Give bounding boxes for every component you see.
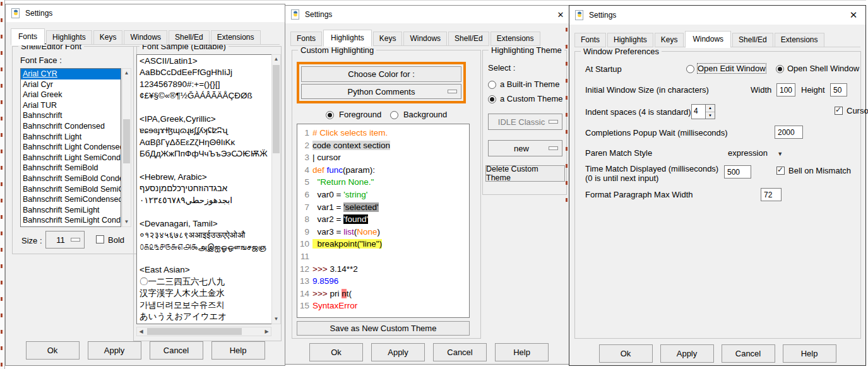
menu-indicator-icon — [448, 90, 457, 93]
font-list-item[interactable]: Bahnschrift SemiLight — [21, 205, 121, 216]
tab-extensions[interactable]: Extensions — [775, 33, 824, 47]
builtin-theme-dropdown[interactable]: IDLE Classic — [488, 114, 562, 130]
font-list-item[interactable]: Bahnschrift Light SemiConde — [21, 153, 121, 163]
tab-highlights[interactable]: Highlights — [323, 30, 372, 47]
apply-button[interactable]: Apply — [371, 343, 425, 361]
font-list-item[interactable]: Bahnschrift SemiBold Conder — [21, 173, 121, 184]
format-width-input[interactable] — [761, 188, 782, 201]
delete-custom-theme-button[interactable]: Delete Custom Theme — [485, 165, 565, 182]
font-list-item[interactable]: Arial Greek — [21, 90, 121, 100]
code-line: 10 breakpoint("line") — [299, 238, 468, 250]
font-list-item[interactable]: Bahnschrift Light Condensed — [21, 142, 121, 153]
background-window-dashed-edge — [566, 28, 568, 212]
tab-keys[interactable]: Keys — [93, 30, 123, 45]
titlebar[interactable]: Settings ✕ — [569, 6, 865, 25]
tab-keys[interactable]: Keys — [373, 32, 403, 46]
ok-button[interactable]: Ok — [26, 341, 80, 360]
tab-shell-ed[interactable]: Shell/Ed — [169, 30, 210, 45]
tab-windows[interactable]: Windows — [685, 31, 731, 48]
tab-keys[interactable]: Keys — [655, 33, 684, 47]
tab-shell-ed[interactable]: Shell/Ed — [732, 33, 773, 47]
cancel-button[interactable]: Cancel — [150, 341, 203, 360]
bell-mismatch-checkbox[interactable] — [776, 167, 785, 175]
tab-extensions[interactable]: Extensions — [211, 30, 261, 45]
background-label: Background — [403, 110, 447, 119]
titlebar[interactable]: Settings — [6, 4, 285, 22]
width-label: Width — [751, 85, 771, 95]
font-list-item[interactable]: Bahnschrift Light — [21, 132, 121, 143]
apply-button[interactable]: Apply — [660, 344, 714, 363]
apply-button[interactable]: Apply — [88, 341, 141, 360]
cancel-button[interactable]: Cancel — [722, 344, 775, 363]
size-dropdown[interactable]: 11 — [45, 231, 85, 249]
ok-button[interactable]: Ok — [309, 343, 363, 361]
choose-color-button[interactable]: Choose Color for : — [301, 66, 461, 82]
tab-fonts[interactable]: Fonts — [290, 32, 322, 46]
font-list-item[interactable]: Bahnschrift SemiCondensed — [21, 194, 121, 205]
foreground-radio[interactable] — [326, 111, 334, 119]
tab-fonts[interactable]: Fonts — [11, 28, 45, 45]
python-icon — [290, 9, 300, 20]
tab-windows[interactable]: Windows — [124, 30, 167, 45]
size-value: 11 — [56, 235, 65, 245]
font-list-item[interactable]: Bahnschrift SemiBold SemiCo — [21, 184, 121, 195]
completions-input[interactable] — [775, 126, 803, 139]
background-radio[interactable] — [390, 111, 398, 119]
help-button[interactable]: Help — [211, 341, 265, 360]
highlighting-theme-group: Highlighting Theme Select : a Built-in T… — [482, 50, 567, 195]
font-list-item[interactable]: Arial CYR — [21, 69, 121, 79]
indent-spinbox[interactable]: 4 ▲ ▼ — [691, 104, 715, 119]
tab-highlights[interactable]: Highlights — [46, 30, 92, 45]
paren-style-dropdown[interactable]: expression ▼ — [728, 148, 783, 158]
width-input[interactable] — [776, 83, 795, 97]
tab-fonts[interactable]: Fonts — [574, 33, 606, 47]
foreground-label: Foreground — [339, 110, 381, 119]
save-custom-theme-button[interactable]: Save as New Custom Theme — [297, 321, 470, 336]
font-face-listbox[interactable]: Arial CYRArial CyrArial GreekArial TURBa… — [20, 68, 121, 227]
builtin-theme-radio[interactable] — [488, 81, 496, 89]
tab-windows[interactable]: Windows — [403, 32, 447, 46]
spin-arrows[interactable]: ▲ ▼ — [705, 105, 715, 119]
font-sample-hscrollbar[interactable]: ◀ ▶ — [136, 327, 271, 336]
code-line: 12>>> 3.14**2 — [299, 263, 468, 276]
font-list-scrollbar[interactable]: ▲ ▼ — [122, 68, 131, 227]
height-input[interactable] — [830, 83, 847, 97]
dialog-buttons: OkApplyCancelHelp — [285, 343, 573, 361]
help-button[interactable]: Help — [495, 343, 549, 361]
open-shell-window-radio[interactable] — [776, 65, 784, 73]
font-sample-text[interactable]: <ASCII/Latin1> AaBbCcDdEeFfGgHhIiJj 1234… — [136, 54, 278, 324]
tab-extensions[interactable]: Extensions — [490, 32, 540, 46]
bold-checkbox[interactable] — [96, 235, 104, 243]
font-list-item[interactable]: Bahnschrift Condensed — [21, 121, 121, 132]
cancel-button[interactable]: Cancel — [433, 343, 487, 361]
time-match-input[interactable] — [724, 165, 751, 179]
close-icon[interactable]: ✕ — [554, 10, 568, 20]
group-label: Window Preferences — [581, 47, 662, 56]
bell-mismatch-label: Bell on Mismatch — [788, 166, 851, 175]
spin-up-icon[interactable]: ▲ — [706, 105, 715, 112]
font-list-item[interactable]: Arial Cyr — [21, 79, 121, 90]
open-edit-window-radio[interactable] — [686, 65, 694, 73]
time-match-label: Time Match Displayed (milliseconds) — [585, 164, 718, 173]
highlight-target-dropdown[interactable]: Python Comments — [301, 84, 461, 99]
font-sample-vscrollbar[interactable]: ▲ ▼ — [271, 54, 281, 324]
ok-button[interactable]: Ok — [599, 344, 653, 363]
font-list-item[interactable]: Arial TUR — [21, 100, 121, 111]
help-button[interactable]: Help — [783, 344, 836, 363]
close-icon[interactable]: ✕ — [847, 9, 860, 21]
custom-theme-radio[interactable] — [488, 95, 496, 103]
titlebar[interactable]: Settings ✕ — [285, 6, 573, 23]
tab-shell-ed[interactable]: Shell/Ed — [448, 32, 489, 46]
font-list-item[interactable]: Bahnschrift SemiBold — [21, 163, 121, 173]
paren-style-value: expression — [728, 148, 768, 158]
font-sample-group: Font Sample (Editable) <ASCII/Latin1> Aa… — [133, 46, 282, 341]
custom-theme-dropdown[interactable]: new — [488, 140, 562, 156]
code-line: 11 — [299, 250, 468, 263]
font-list-item[interactable]: Bahnschrift SemiLight Conde — [21, 215, 121, 226]
font-list-item[interactable]: Bahnschrift — [21, 110, 121, 121]
spin-down-icon[interactable]: ▼ — [706, 112, 715, 119]
tab-highlights[interactable]: Highlights — [607, 33, 653, 47]
cursor-blink-checkbox[interactable] — [835, 107, 843, 115]
menu-indicator-icon — [549, 120, 558, 124]
highlight-sample[interactable]: 1# Click selects item.2code context sect… — [297, 124, 470, 318]
